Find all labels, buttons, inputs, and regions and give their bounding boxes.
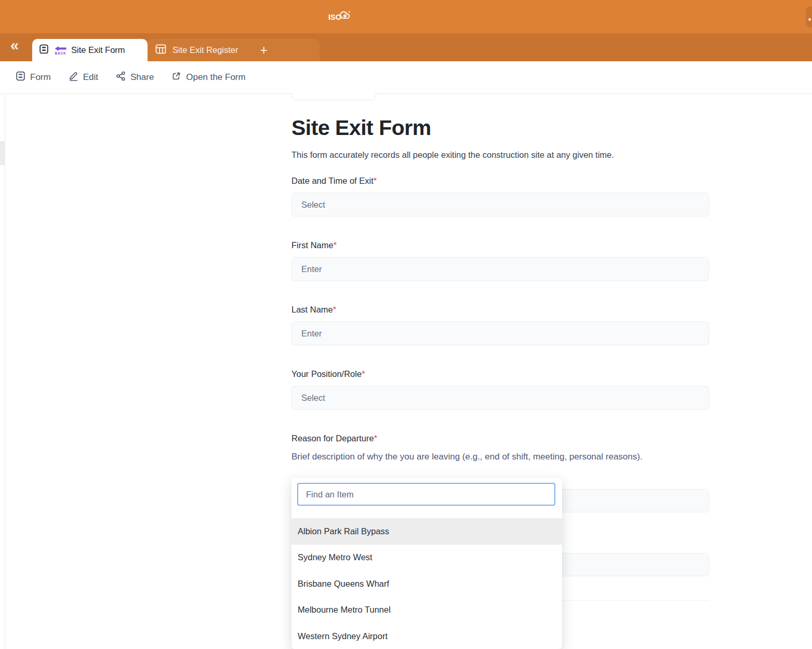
- external-link-icon: [171, 71, 181, 84]
- reason-for-departure-description: Brief description of why the you are lea…: [291, 449, 680, 464]
- item-picker-dropdown: Albion Park Rail Bypass Sydney Metro Wes…: [291, 478, 562, 649]
- add-tab-button[interactable]: +: [260, 44, 268, 57]
- dropdown-item-western-sydney-airport[interactable]: Western Sydney Airport: [291, 623, 562, 649]
- clipped-element-peek: [291, 93, 376, 100]
- form-button-label: Form: [30, 72, 51, 83]
- required-asterisk: *: [333, 305, 336, 314]
- form-toolbar: Form Edit Share: [0, 61, 812, 94]
- dropdown-item-albion-park-rail-bypass[interactable]: Albion Park Rail Bypass: [291, 518, 562, 545]
- table-icon: [155, 44, 166, 56]
- field-label-first-name: First Name*: [291, 240, 337, 250]
- open-form-button-label: Open the Form: [186, 72, 245, 83]
- form-icon: [16, 71, 25, 84]
- tab-site-exit-form[interactable]: BACK Site Exit Form: [32, 39, 148, 61]
- required-asterisk: *: [334, 240, 337, 250]
- collapse-sidebar-button[interactable]: «: [10, 35, 17, 56]
- back-icon[interactable]: BACK: [55, 46, 66, 55]
- share-button[interactable]: Share: [116, 71, 154, 84]
- share-button-label: Share: [130, 72, 154, 83]
- required-asterisk: *: [374, 434, 377, 443]
- dropdown-item-sydney-metro-west[interactable]: Sydney Metro West: [291, 545, 562, 571]
- edit-button-label: Edit: [83, 72, 98, 83]
- edit-button[interactable]: Edit: [69, 71, 98, 84]
- required-asterisk: *: [374, 176, 377, 185]
- corner-button-dot: [808, 18, 811, 21]
- field-label-reason-for-departure: Reason for Departure*: [291, 434, 377, 443]
- app-header: ISO: [0, 0, 812, 33]
- active-tab-label: Site Exit Form: [71, 45, 125, 55]
- date-time-of-exit-input[interactable]: [291, 193, 709, 217]
- panel-resize-handle[interactable]: [0, 141, 5, 165]
- field-label-last-name: Last Name*: [291, 305, 336, 315]
- header-corner-button[interactable]: [806, 6, 812, 28]
- logo-text-glyph: ISO: [328, 13, 341, 21]
- form-doc-icon: [39, 44, 49, 56]
- last-name-input[interactable]: [291, 321, 709, 345]
- share-icon: [116, 71, 126, 84]
- field-label-position-role: Your Position/Role*: [291, 369, 365, 379]
- tab-site-exit-register[interactable]: Site Exit Register +: [148, 39, 320, 61]
- iso-cloud-logo: ISO: [328, 9, 353, 24]
- first-name-input[interactable]: [291, 257, 709, 281]
- dropdown-item-melbourne-metro-tunnel[interactable]: Melbourne Metro Tunnel: [291, 597, 562, 624]
- required-asterisk: *: [362, 369, 365, 378]
- cloud-plus-icon: [340, 11, 350, 18]
- field-label-date-time-of-exit: Date and Time of Exit*: [291, 176, 377, 186]
- register-tab-label: Site Exit Register: [172, 45, 238, 55]
- dropdown-list: Albion Park Rail Bypass Sydney Metro Wes…: [291, 518, 562, 649]
- left-rail: [0, 94, 5, 649]
- form-view-button[interactable]: Form: [16, 71, 51, 84]
- form-canvas: Site Exit Form This form accurately reco…: [0, 94, 812, 649]
- edit-icon: [69, 71, 78, 84]
- page-title: Site Exit Form: [291, 116, 431, 140]
- form-subtitle: This form accurately records all people …: [291, 150, 614, 160]
- tab-bar: « BACK Site Exit Form Site Exit Register…: [0, 33, 812, 61]
- dropdown-search-input[interactable]: [297, 483, 555, 506]
- back-icon-label: BACK: [55, 51, 66, 55]
- position-role-input[interactable]: [291, 386, 709, 410]
- dropdown-item-brisbane-queens-wharf[interactable]: Brisbane Queens Wharf: [291, 571, 562, 597]
- open-form-button[interactable]: Open the Form: [171, 71, 245, 84]
